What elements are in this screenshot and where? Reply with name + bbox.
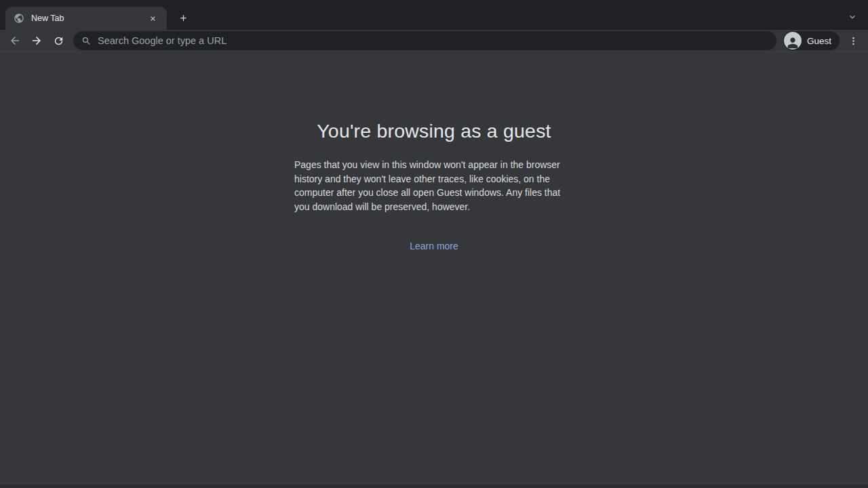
back-button[interactable]: [5, 31, 24, 50]
learn-more-link[interactable]: Learn more: [410, 241, 458, 251]
guest-description-text: Pages that you view in this window won't…: [294, 158, 574, 214]
tab-new-tab[interactable]: New Tab: [5, 7, 167, 30]
guest-profile-button[interactable]: Guest: [783, 31, 840, 50]
globe-favicon-icon: [14, 13, 24, 24]
guest-new-tab-page: You're browsing as a guest Pages that yo…: [0, 53, 868, 488]
guest-avatar-icon: [784, 32, 802, 49]
omnibox-placeholder: Search Google or type a URL: [98, 35, 226, 46]
chrome-menu-button[interactable]: [844, 31, 863, 50]
forward-arrow-icon: [31, 35, 43, 47]
new-tab-button[interactable]: [175, 9, 191, 26]
three-dot-menu-icon: [848, 36, 859, 46]
window-bottom-edge: [0, 485, 868, 488]
page-title: You're browsing as a guest: [294, 120, 574, 142]
tab-close-icon[interactable]: [146, 12, 159, 24]
reload-icon: [53, 35, 64, 47]
back-arrow-icon: [9, 35, 21, 47]
reload-button[interactable]: [49, 31, 68, 50]
search-icon: [81, 36, 92, 46]
window-chevron-down-icon[interactable]: [845, 9, 860, 24]
tab-title: New Tab: [31, 14, 146, 23]
omnibox-address-bar[interactable]: Search Google or type a URL: [73, 31, 776, 50]
tab-strip: New Tab: [0, 0, 868, 30]
browser-toolbar: Search Google or type a URL Guest: [0, 30, 868, 52]
guest-label: Guest: [807, 36, 831, 46]
forward-button[interactable]: [27, 31, 46, 50]
guest-info-card: You're browsing as a guest Pages that yo…: [294, 120, 574, 252]
